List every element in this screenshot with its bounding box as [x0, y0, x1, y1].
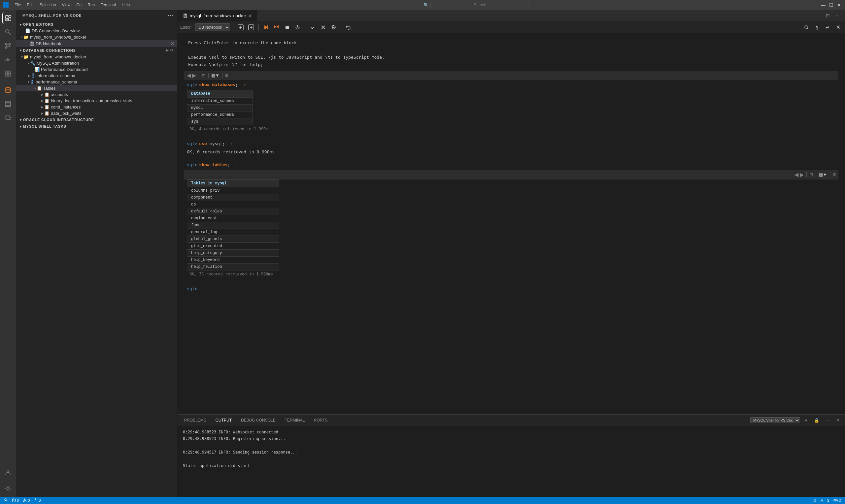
tab-output[interactable]: OUTPUT: [212, 417, 236, 424]
menu-selection[interactable]: Selection: [37, 2, 58, 8]
output-close-btn[interactable]: ✕: [833, 416, 842, 425]
tab-terminal[interactable]: TERMINAL: [281, 417, 309, 424]
errors-status[interactable]: 0: [12, 498, 19, 502]
tree-info-schema[interactable]: ▶ 🗄 information_schema: [16, 73, 177, 79]
account-icon[interactable]: [2, 466, 14, 478]
menu-go[interactable]: Go: [74, 2, 84, 8]
close-notebook-btn[interactable]: ✕: [171, 41, 177, 46]
split-editor-btn[interactable]: ⊡: [823, 11, 832, 20]
ime3-status[interactable]: S: [827, 498, 829, 502]
add-js-cell-btn[interactable]: [247, 23, 256, 32]
open-editors-header[interactable]: ▾ OPEN EDITORS: [16, 21, 177, 28]
chevron-icon: ▶: [28, 74, 30, 77]
close-editor-btn[interactable]: ✕: [834, 23, 842, 32]
tree-db-connection-overview[interactable]: 📄 DB Connection Overview: [16, 28, 177, 34]
lang-status[interactable]: 中/英: [833, 498, 842, 503]
notebook-settings-btn[interactable]: [294, 23, 302, 32]
next-btn[interactable]: ▶: [192, 72, 196, 78]
sql-prompt: sql>: [187, 141, 197, 147]
data-icon[interactable]: [2, 98, 14, 109]
prev-btn[interactable]: ◀: [187, 72, 191, 78]
tree-cond-instances-table[interactable]: ▶ 📋 cond_instances: [16, 104, 177, 110]
intro-block: Press Ctrl+Enter to execute the code blo…: [184, 37, 839, 71]
maximize-btn[interactable]: ☐: [828, 2, 834, 7]
run-debug-icon[interactable]: [2, 54, 14, 65]
undo-btn[interactable]: [344, 23, 353, 32]
tree-accounts-table[interactable]: ▶ 📋 accounts: [16, 91, 177, 97]
settings-gear-icon[interactable]: [2, 483, 14, 494]
output-more-btn[interactable]: ···: [823, 416, 832, 425]
tree-mysql-admin[interactable]: ▾ 🔧 MySQL Administration: [16, 60, 177, 66]
tree-tables-folder[interactable]: ▾ 📋 Tables: [16, 85, 177, 91]
format-btn[interactable]: ¶: [813, 23, 821, 32]
search-activity-icon[interactable]: [2, 26, 14, 38]
run-btn[interactable]: [262, 23, 270, 32]
menu-file[interactable]: File: [12, 2, 23, 8]
menu-help[interactable]: Help: [119, 2, 133, 8]
search-notebook-btn[interactable]: [802, 23, 811, 32]
tab-ports[interactable]: PORTS: [310, 417, 331, 424]
tree-data-lock-table[interactable]: ▶ 📋 data_lock_waits: [16, 110, 177, 116]
ime2-status[interactable]: A: [821, 498, 823, 502]
check-btn[interactable]: [308, 23, 317, 32]
grid-btn-3[interactable]: ▦▼: [819, 172, 827, 177]
tree-perf-schema[interactable]: ▾ 🗄 performance_schema: [16, 79, 177, 85]
tree-mysql-docker-folder[interactable]: ▾ 📁 mysql_from_windows_docker: [16, 34, 177, 40]
run-all-btn[interactable]: [272, 23, 281, 32]
word-wrap-btn[interactable]: ↵: [823, 23, 832, 32]
menu-edit[interactable]: Edit: [24, 2, 36, 8]
tab-mysql-docker[interactable]: 📓 mysql_from_windows_docker ✕: [178, 10, 258, 21]
explorer-activity-icon[interactable]: [2, 13, 14, 24]
tab-close-btn[interactable]: ✕: [248, 13, 252, 18]
deploy-btn[interactable]: [330, 23, 338, 32]
tree-connection-root[interactable]: ▾ 📁 mysql_from_windows_docker: [16, 54, 177, 60]
tree-db-notebook[interactable]: 📓 DB Notebook ✕: [16, 40, 177, 47]
mysql-shell-tasks-header[interactable]: ▾ MYSQL SHELL TASKS: [16, 123, 177, 130]
tree-perf-dashboard[interactable]: 📊 Performance Dashboard: [16, 66, 177, 73]
output-lock-btn[interactable]: 🔒: [812, 416, 821, 425]
info-status[interactable]: 0: [34, 498, 40, 502]
menu-view[interactable]: View: [59, 2, 73, 8]
expand-btn[interactable]: ⊡: [202, 73, 206, 78]
folder-icon: 📁: [23, 54, 29, 59]
mysql-shell-icon[interactable]: [2, 85, 14, 96]
remote-icon-status[interactable]: [3, 498, 8, 503]
sidebar-more-btn[interactable]: ···: [168, 13, 173, 18]
tree-binary-log-table[interactable]: ▶ 📋 binary_log_transaction_compression_s…: [16, 97, 177, 104]
more-btn[interactable]: ≡: [225, 73, 228, 78]
output-panel: PROBLEMS OUTPUT DEBUG CONSOLE TERMINAL P…: [178, 414, 845, 497]
output-source-select[interactable]: MySQL Shell for VS Coc: [750, 417, 800, 423]
close-btn[interactable]: ✕: [837, 2, 842, 7]
ime-status[interactable]: 英: [813, 498, 816, 503]
more-actions-btn[interactable]: ···: [833, 11, 842, 20]
tables-keyword: tables: [212, 162, 227, 167]
grid-btn[interactable]: ▦▼: [211, 73, 219, 78]
dashboard-icon: 📊: [34, 67, 40, 72]
output-list-btn[interactable]: ≡: [802, 416, 811, 425]
expand-btn-3[interactable]: ⊡: [809, 172, 813, 177]
svg-rect-15: [8, 71, 11, 73]
prev-btn-3[interactable]: ◀: [794, 172, 798, 178]
title-search-input[interactable]: [430, 2, 529, 8]
tab-problems[interactable]: PROBLEMS: [180, 417, 210, 424]
tab-debug[interactable]: DEBUG CONSOLE: [237, 417, 280, 424]
source-control-icon[interactable]: [2, 40, 14, 52]
minimize-btn[interactable]: —: [821, 2, 826, 7]
run-connection-btn[interactable]: ▶: [166, 48, 169, 52]
extensions-icon[interactable]: [2, 68, 14, 79]
oracle-cloud-header[interactable]: ▾ ORACLE CLOUD INFRASTRUCTURE: [16, 116, 177, 123]
next-btn-3[interactable]: ▶: [800, 172, 804, 178]
sep3: [222, 73, 223, 78]
menu-terminal[interactable]: Terminal: [98, 2, 118, 8]
refresh-connection-btn[interactable]: ↺: [170, 48, 173, 52]
more-btn-3[interactable]: ≡: [833, 172, 836, 178]
warnings-status[interactable]: 0: [23, 498, 30, 502]
stop-btn[interactable]: [283, 23, 292, 32]
menu-run[interactable]: Run: [85, 2, 98, 8]
notebook-type-select[interactable]: DB Notebook: [195, 23, 230, 31]
status-bar-right: 英 A S 中/英: [813, 498, 842, 503]
cloud-icon[interactable]: [2, 112, 14, 123]
cancel-x-btn[interactable]: [319, 23, 328, 32]
database-connections-header[interactable]: ▾ DATABASE CONNECTIONS ▶ ↺: [16, 47, 177, 54]
add-ts-cell-btn[interactable]: [236, 23, 245, 32]
